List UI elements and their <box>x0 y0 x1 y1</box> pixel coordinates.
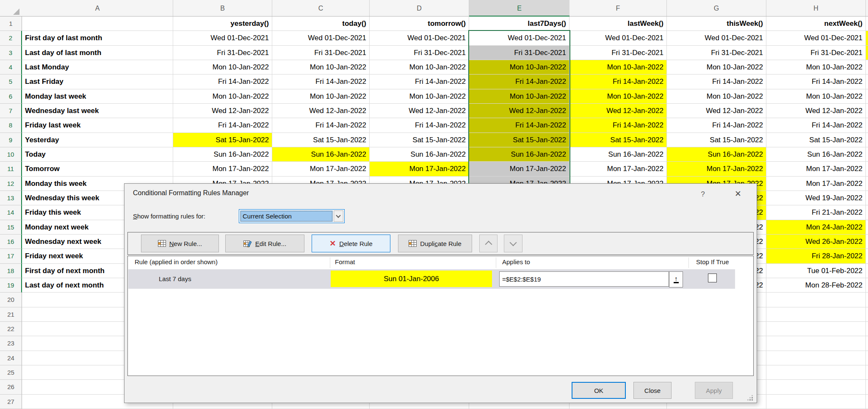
cell-F2[interactable]: Wed 01-Dec-2021 <box>569 31 667 45</box>
cell-H24[interactable] <box>766 351 866 365</box>
cell-H25[interactable] <box>766 365 866 380</box>
cell-H11[interactable]: Mon 17-Jan-2022 <box>766 162 866 176</box>
cell-G4[interactable]: Mon 10-Jan-2022 <box>667 60 766 75</box>
cell-B10[interactable]: Sun 16-Jan-2022 <box>173 147 272 162</box>
cell-I24[interactable] <box>866 351 868 365</box>
ok-button[interactable]: OK <box>572 382 626 399</box>
cell-I23[interactable] <box>866 336 868 351</box>
cell-F8[interactable]: Fri 14-Jan-2022 <box>569 118 667 133</box>
cell-E10[interactable]: Sun 16-Jan-2022 <box>469 147 569 162</box>
cell-I6[interactable] <box>866 89 868 104</box>
cell-H9[interactable]: Sat 15-Jan-2022 <box>766 133 866 147</box>
cell-I16[interactable] <box>866 235 868 249</box>
row-header-17[interactable]: 17 <box>0 249 22 263</box>
cell-A10[interactable]: Today <box>22 147 173 162</box>
row-header-14[interactable]: 14 <box>0 205 22 220</box>
stop-if-true-checkbox[interactable] <box>708 274 717 282</box>
cell-H6[interactable]: Mon 10-Jan-2022 <box>766 89 866 104</box>
move-rule-up-button[interactable] <box>479 235 498 252</box>
edit-rule-button[interactable]: Edit Rule... <box>225 235 304 252</box>
cell-E3[interactable]: Fri 31-Dec-2021 <box>469 46 569 60</box>
cell-A5[interactable]: Last Friday <box>22 75 173 89</box>
cell-I25[interactable] <box>866 365 868 380</box>
move-rule-down-button[interactable] <box>504 235 522 252</box>
row-header-19[interactable]: 19 <box>0 278 22 293</box>
select-all-corner[interactable] <box>13 8 19 15</box>
close-icon[interactable]: ✕ <box>731 188 745 200</box>
cell-A2[interactable]: First day of last month <box>22 31 173 45</box>
cell-F6[interactable]: Mon 10-Jan-2022 <box>569 89 667 104</box>
cell-H23[interactable] <box>766 336 866 351</box>
cell-I1[interactable] <box>866 17 868 31</box>
cell-H12[interactable]: Mon 17-Jan-2022 <box>766 177 866 191</box>
new-rule-button[interactable]: New Rule... <box>141 235 219 252</box>
help-icon[interactable]: ? <box>697 188 709 200</box>
col-header-G[interactable]: G <box>667 0 766 16</box>
cell-E6[interactable]: Mon 10-Jan-2022 <box>469 89 569 104</box>
cell-H3[interactable]: Fri 31-Dec-2021 <box>766 46 866 60</box>
cell-I12[interactable] <box>866 177 868 191</box>
cell-H19[interactable]: Mon 28-Feb-2022 <box>766 278 866 293</box>
cell-B2[interactable]: Wed 01-Dec-2021 <box>173 31 272 45</box>
cell-C2[interactable]: Wed 01-Dec-2021 <box>272 31 370 45</box>
cell-I18[interactable] <box>866 264 868 278</box>
cell-H27[interactable] <box>766 395 866 409</box>
cell-I4[interactable] <box>866 60 868 75</box>
row-header-20[interactable]: 20 <box>0 293 22 307</box>
row-header-18[interactable]: 18 <box>0 264 22 278</box>
cell-C1[interactable]: today() <box>272 17 370 31</box>
cell-E8[interactable]: Fri 14-Jan-2022 <box>469 118 569 133</box>
cell-C7[interactable]: Wed 12-Jan-2022 <box>272 104 370 118</box>
row-header-1[interactable]: 1 <box>0 17 22 31</box>
cell-C4[interactable]: Mon 10-Jan-2022 <box>272 60 370 75</box>
cell-H26[interactable] <box>766 380 866 394</box>
cell-G10[interactable]: Sun 16-Jan-2022 <box>667 147 766 162</box>
cell-D7[interactable]: Wed 12-Jan-2022 <box>370 104 469 118</box>
cell-B7[interactable]: Wed 12-Jan-2022 <box>173 104 272 118</box>
cell-F5[interactable]: Fri 14-Jan-2022 <box>569 75 667 89</box>
cell-E2[interactable]: Wed 01-Dec-2021 <box>469 31 569 45</box>
row-header-24[interactable]: 24 <box>0 351 22 365</box>
cell-A8[interactable]: Friday last week <box>22 118 173 133</box>
applies-to-input[interactable] <box>499 271 669 287</box>
row-header-8[interactable]: 8 <box>0 118 22 133</box>
cell-C5[interactable]: Fri 14-Jan-2022 <box>272 75 370 89</box>
cell-I22[interactable] <box>866 322 868 336</box>
cell-A1[interactable] <box>22 17 173 31</box>
cell-H16[interactable]: Wed 26-Jan-2022 <box>766 235 866 249</box>
cell-F1[interactable]: lastWeek() <box>569 17 667 31</box>
row-header-23[interactable]: 23 <box>0 336 22 351</box>
cell-I15[interactable] <box>866 220 868 235</box>
cell-H21[interactable] <box>766 307 866 322</box>
cell-E11[interactable]: Mon 17-Jan-2022 <box>469 162 569 176</box>
cell-I11[interactable] <box>866 162 868 176</box>
row-header-13[interactable]: 13 <box>0 191 22 205</box>
cell-H1[interactable]: nextWeek() <box>766 17 866 31</box>
cell-H22[interactable] <box>766 322 866 336</box>
cell-G9[interactable]: Sat 15-Jan-2022 <box>667 133 766 147</box>
show-rules-dropdown[interactable]: Current Selection <box>239 209 345 223</box>
cell-D2[interactable]: Wed 01-Dec-2021 <box>370 31 469 45</box>
cell-I27[interactable] <box>866 395 868 409</box>
cell-G1[interactable]: thisWeek() <box>667 17 766 31</box>
cell-I21[interactable] <box>866 307 868 322</box>
resize-grip[interactable] <box>752 399 753 401</box>
cell-F4[interactable]: Mon 10-Jan-2022 <box>569 60 667 75</box>
dropdown-arrow-button[interactable] <box>334 210 343 222</box>
col-header-C[interactable]: C <box>272 0 370 16</box>
cell-I3[interactable] <box>866 46 868 60</box>
cell-I2[interactable] <box>866 31 868 45</box>
cell-A9[interactable]: Yesterday <box>22 133 173 147</box>
row-header-16[interactable]: 16 <box>0 235 22 249</box>
cell-D9[interactable]: Sat 15-Jan-2022 <box>370 133 469 147</box>
cell-E7[interactable]: Wed 12-Jan-2022 <box>469 104 569 118</box>
cell-C11[interactable]: Mon 17-Jan-2022 <box>272 162 370 176</box>
col-header-D[interactable]: D <box>370 0 469 16</box>
row-header-27[interactable]: 27 <box>0 395 22 409</box>
col-header-F[interactable]: F <box>569 0 667 16</box>
cell-H20[interactable] <box>766 293 866 307</box>
cell-D1[interactable]: tomorrow() <box>370 17 469 31</box>
cell-A3[interactable]: Last day of last month <box>22 46 173 60</box>
cell-I20[interactable] <box>866 293 868 307</box>
cell-H2[interactable]: Wed 01-Dec-2021 <box>766 31 866 45</box>
